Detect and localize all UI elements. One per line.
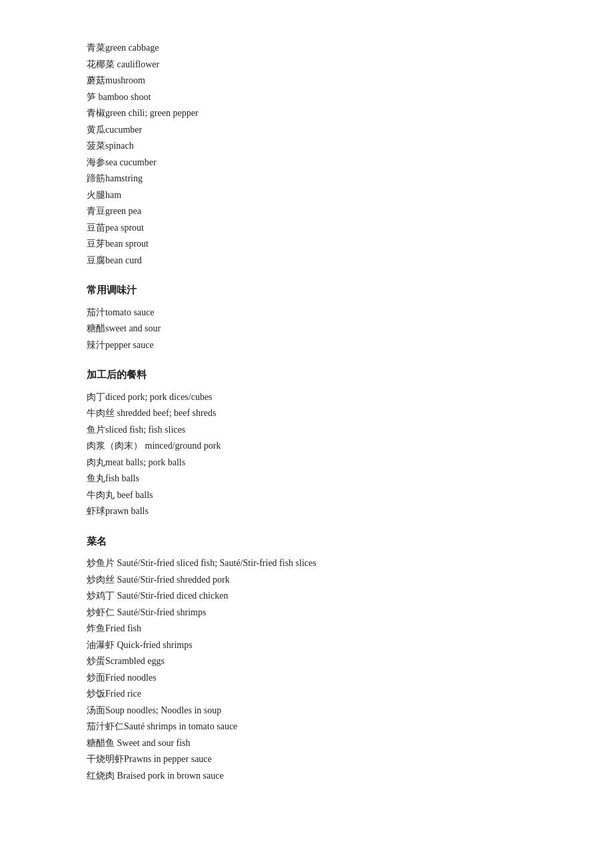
sauces-section: 常用调味汁 茄汁tomato sauce糖醋sweet and sour辣汁pe… <box>87 282 526 353</box>
dishes-heading: 菜名 <box>87 533 526 551</box>
list-item: 青椒green chili; green pepper <box>87 105 526 122</box>
processed-section: 加工后的餐料 肉丁diced pork; pork dices/cubes牛肉丝… <box>87 367 526 520</box>
list-item: 辣汁pepper sauce <box>87 337 526 354</box>
list-item: 牛肉丝 shredded beef; beef shreds <box>87 405 526 422</box>
list-item: 青豆green pea <box>87 203 526 220</box>
list-item: 汤面Soup noodles; Noodles in soup <box>87 703 526 719</box>
list-item: 青菜green cabbage <box>87 40 526 57</box>
list-item: 火腿ham <box>87 187 526 204</box>
list-item: 豆苗pea sprout <box>87 220 526 237</box>
list-item: 蹄筋hamstring <box>87 171 526 187</box>
list-item: 豆腐bean curd <box>87 253 526 269</box>
list-item: 肉浆（肉末） minced/ground pork <box>87 438 526 455</box>
list-item: 鱼丸fish balls <box>87 471 526 487</box>
list-item: 黄瓜cucumber <box>87 122 526 139</box>
list-item: 肉丸meat balls; pork balls <box>87 455 526 471</box>
list-item: 干烧明虾Prawns in pepper sauce <box>87 751 526 768</box>
list-item: 炒肉丝 Sauté/Stir-fried shredded pork <box>87 572 526 589</box>
list-item: 菠菜spinach <box>87 138 526 155</box>
list-item: 肉丁diced pork; pork dices/cubes <box>87 389 526 406</box>
dishes-section: 菜名 炒鱼片 Sauté/Stir-fried sliced fish; Sau… <box>87 533 526 785</box>
list-item: 炒鱼片 Sauté/Stir-fried sliced fish; Sauté/… <box>87 555 526 572</box>
vegetables-section: 青菜green cabbage花椰菜 cauliflower蘑菇mushroom… <box>87 40 526 269</box>
list-item: 牛肉丸 beef balls <box>87 487 526 504</box>
list-item: 笋 bamboo shoot <box>87 89 526 106</box>
list-item: 虾球prawn balls <box>87 503 526 520</box>
list-item: 炒蛋Scrambled eggs <box>87 653 526 670</box>
list-item: 豆芽bean sprout <box>87 236 526 253</box>
list-item: 海参sea cucumber <box>87 155 526 171</box>
list-item: 蘑菇mushroom <box>87 73 526 89</box>
list-item: 炒虾仁 Sauté/Stir-fried shrimps <box>87 605 526 621</box>
list-item: 炒鸡丁 Sauté/Stir-fried diced chicken <box>87 588 526 605</box>
list-item: 花椰菜 cauliflower <box>87 57 526 73</box>
list-item: 炒饭Fried rice <box>87 686 526 703</box>
sauces-heading: 常用调味汁 <box>87 282 526 299</box>
list-item: 糖醋鱼 Sweet and sour fish <box>87 735 526 752</box>
list-item: 茄汁虾仁Sauté shrimps in tomato sauce <box>87 719 526 735</box>
list-item: 糖醋sweet and sour <box>87 321 526 337</box>
list-item: 鱼片sliced fish; fish slices <box>87 422 526 439</box>
list-item: 油瀑虾 Quick-fried shrimps <box>87 637 526 654</box>
list-item: 炸鱼Fried fish <box>87 621 526 637</box>
list-item: 茄汁tomato sauce <box>87 305 526 321</box>
list-item: 炒面Fried noodles <box>87 670 526 687</box>
processed-heading: 加工后的餐料 <box>87 367 526 384</box>
list-item: 红烧肉 Braised pork in brown sauce <box>87 768 526 785</box>
